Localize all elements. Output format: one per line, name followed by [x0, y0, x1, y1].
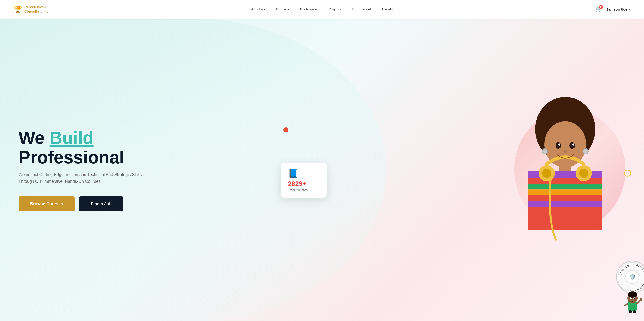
svg-point-16: [558, 143, 560, 146]
nav-link-events[interactable]: Events: [382, 7, 393, 11]
cart-button[interactable]: 🛒 0: [595, 6, 602, 12]
nav-item-about[interactable]: About us: [251, 7, 265, 11]
cert-svg: 100% CERTIFICATION GUARANTY •: [617, 262, 644, 294]
nav-item-projects[interactable]: Projects: [328, 7, 341, 11]
svg-rect-33: [629, 310, 632, 313]
svg-point-17: [572, 143, 574, 146]
user-menu-button[interactable]: Samson Ude ▾: [606, 8, 630, 11]
svg-point-29: [634, 298, 635, 299]
certification-badge: 100% CERTIFICATION GUARANTY • 🛡️: [616, 261, 644, 293]
svg-point-13: [579, 168, 588, 178]
navbar: 🏆 CareerHaven Consulting Inc About us Co…: [0, 0, 644, 18]
svg-point-15: [570, 142, 575, 149]
chevron-down-icon: ▾: [629, 8, 630, 11]
hero-buttons: Browse Courses Find a Job: [18, 196, 148, 212]
hero-title: We Build Professional: [18, 128, 148, 167]
character-svg: [623, 290, 642, 313]
hero-section: We Build Professional We impact Cutting-…: [0, 18, 644, 321]
user-name: Samson Ude: [606, 8, 627, 11]
nav-link-courses[interactable]: Courses: [276, 7, 289, 11]
svg-line-30: [637, 300, 641, 304]
nav-link-about[interactable]: About us: [251, 7, 265, 11]
svg-point-14: [556, 142, 561, 149]
nav-links: About us Courses Bootcamps Projects Recr…: [251, 7, 393, 11]
hero-title-build: Build: [50, 128, 94, 148]
hero-image-area: 📘 2829+ Total Courses 100% CERTIFICATION…: [290, 18, 644, 321]
svg-point-20: [583, 148, 588, 154]
svg-rect-8: [528, 201, 602, 207]
svg-line-32: [625, 304, 628, 306]
svg-rect-34: [633, 310, 636, 313]
browse-courses-button[interactable]: Browse Courses: [18, 196, 74, 212]
svg-rect-5: [528, 184, 602, 190]
hero-content: We Build Professional We impact Cutting-…: [0, 114, 148, 225]
stats-card-label: Total Courses: [288, 188, 320, 192]
svg-point-12: [542, 168, 551, 178]
cert-circle: 100% CERTIFICATION GUARANTY • 🛡️: [616, 261, 644, 293]
logo[interactable]: 🏆 CareerHaven Consulting Inc: [14, 5, 48, 14]
person-svg: [500, 18, 630, 321]
character-figure: [623, 290, 642, 316]
svg-text:100% CERTIFICATION GUARANTY •: 100% CERTIFICATION GUARANTY •: [619, 263, 644, 292]
nav-item-recruitment[interactable]: Recruitment: [352, 7, 371, 11]
hero-subtitle: We impact Cutting-Edge, in-Demand Techni…: [18, 172, 148, 185]
svg-rect-7: [528, 195, 602, 201]
svg-rect-4: [528, 178, 602, 184]
svg-point-25: [628, 291, 637, 298]
cart-badge: 0: [599, 5, 603, 9]
svg-point-19: [542, 148, 548, 154]
stats-card-icon: 📘: [288, 168, 320, 178]
svg-rect-6: [528, 190, 602, 195]
nav-item-events[interactable]: Events: [382, 7, 393, 11]
nav-link-projects[interactable]: Projects: [328, 7, 341, 11]
nav-link-bootcamps[interactable]: Bootcamps: [300, 7, 317, 11]
hero-title-we: We: [18, 128, 50, 148]
stats-card: 📘 2829+ Total Courses: [280, 163, 327, 198]
svg-rect-9: [528, 207, 602, 230]
find-job-button[interactable]: Find a Job: [79, 196, 123, 212]
logo-icon: 🏆: [14, 6, 22, 13]
svg-point-28: [630, 298, 632, 299]
hero-person-figure: [500, 18, 630, 321]
nav-right: 🛒 0 Samson Ude ▾: [595, 6, 630, 12]
nav-item-courses[interactable]: Courses: [276, 7, 289, 11]
logo-text: CareerHaven Consulting Inc: [24, 5, 48, 14]
stats-card-number: 2829+: [288, 180, 320, 187]
hero-title-professional: Professional: [18, 147, 124, 167]
svg-point-18: [564, 150, 567, 153]
nav-link-recruitment[interactable]: Recruitment: [352, 7, 371, 11]
nav-item-bootcamps[interactable]: Bootcamps: [300, 7, 317, 11]
